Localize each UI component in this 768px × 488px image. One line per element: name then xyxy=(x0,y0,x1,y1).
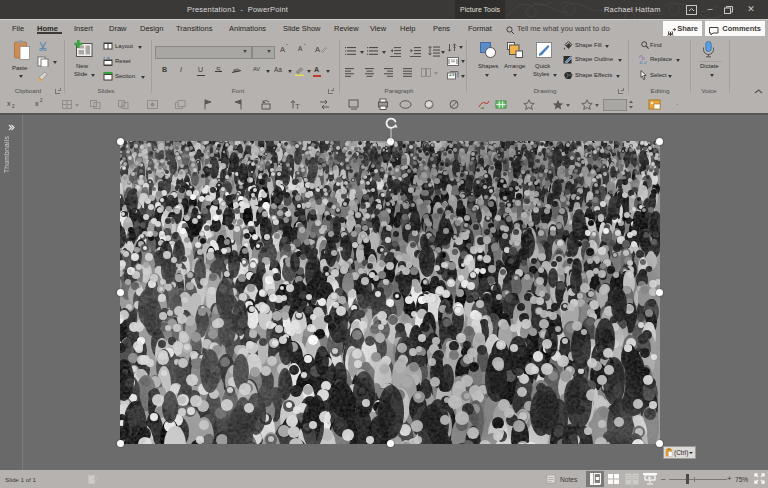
svg-text:T: T xyxy=(295,102,300,110)
svg-text:c: c xyxy=(640,59,643,64)
